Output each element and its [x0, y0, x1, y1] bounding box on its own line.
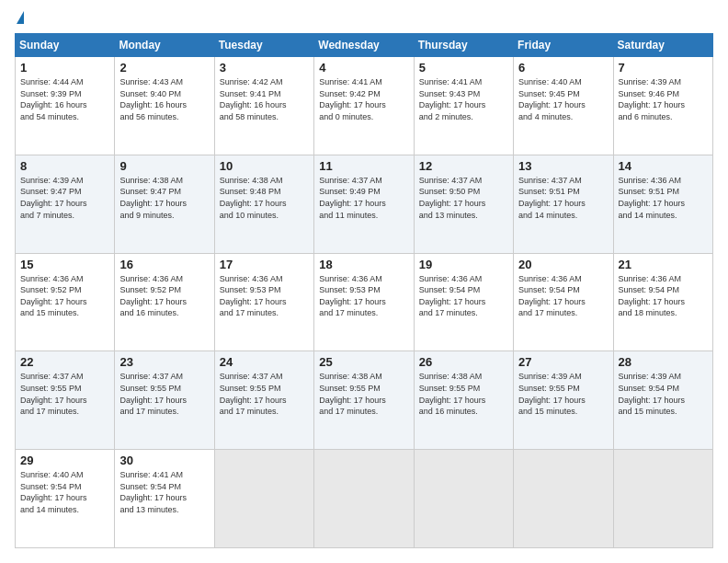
calendar-cell: 13Sunrise: 4:37 AM Sunset: 9:51 PM Dayli…	[514, 155, 613, 253]
cell-daylight-info: Sunrise: 4:38 AM Sunset: 9:55 PM Dayligh…	[419, 371, 508, 417]
page: SundayMondayTuesdayWednesdayThursdayFrid…	[0, 0, 728, 563]
day-number: 30	[119, 454, 209, 467]
day-number: 11	[319, 159, 408, 173]
calendar-cell: 27Sunrise: 4:39 AM Sunset: 9:55 PM Dayli…	[514, 351, 613, 450]
calendar-cell: 19Sunrise: 4:36 AM Sunset: 9:54 PM Dayli…	[414, 253, 513, 351]
cell-daylight-info: Sunrise: 4:44 AM Sunset: 9:39 PM Dayligh…	[20, 76, 109, 122]
calendar-cell: 21Sunrise: 4:36 AM Sunset: 9:54 PM Dayli…	[613, 253, 712, 351]
cell-daylight-info: Sunrise: 4:40 AM Sunset: 9:54 PM Dayligh…	[20, 469, 109, 515]
cell-daylight-info: Sunrise: 4:36 AM Sunset: 9:54 PM Dayligh…	[518, 273, 608, 319]
calendar-cell: 20Sunrise: 4:36 AM Sunset: 9:54 PM Dayli…	[514, 253, 613, 351]
cell-daylight-info: Sunrise: 4:38 AM Sunset: 9:48 PM Dayligh…	[220, 175, 309, 221]
calendar-cell	[613, 450, 712, 548]
col-header-sunday: Sunday	[16, 34, 115, 57]
day-number: 28	[619, 355, 708, 369]
calendar-cell: 22Sunrise: 4:37 AM Sunset: 9:55 PM Dayli…	[16, 351, 115, 450]
day-number: 20	[518, 258, 608, 271]
cell-daylight-info: Sunrise: 4:36 AM Sunset: 9:54 PM Dayligh…	[419, 273, 508, 319]
day-number: 21	[619, 258, 708, 271]
cell-daylight-info: Sunrise: 4:37 AM Sunset: 9:50 PM Dayligh…	[419, 175, 508, 221]
day-number: 9	[119, 159, 209, 173]
logo	[15, 15, 24, 24]
col-header-tuesday: Tuesday	[214, 34, 313, 57]
day-number: 1	[20, 61, 109, 75]
cell-daylight-info: Sunrise: 4:40 AM Sunset: 9:45 PM Dayligh…	[518, 76, 608, 122]
calendar-cell: 7Sunrise: 4:39 AM Sunset: 9:46 PM Daylig…	[613, 57, 712, 155]
day-number: 14	[619, 159, 708, 173]
logo-triangle-icon	[17, 11, 24, 24]
calendar-cell: 12Sunrise: 4:37 AM Sunset: 9:50 PM Dayli…	[414, 155, 513, 253]
cell-daylight-info: Sunrise: 4:37 AM Sunset: 9:55 PM Dayligh…	[20, 371, 109, 417]
cell-daylight-info: Sunrise: 4:37 AM Sunset: 9:55 PM Dayligh…	[220, 371, 309, 417]
calendar-cell: 24Sunrise: 4:37 AM Sunset: 9:55 PM Dayli…	[214, 351, 313, 450]
day-number: 6	[518, 61, 608, 75]
col-header-friday: Friday	[514, 34, 613, 57]
day-number: 3	[220, 61, 309, 75]
calendar-cell: 26Sunrise: 4:38 AM Sunset: 9:55 PM Dayli…	[414, 351, 513, 450]
day-number: 29	[20, 454, 109, 467]
calendar-cell: 4Sunrise: 4:41 AM Sunset: 9:42 PM Daylig…	[314, 57, 414, 155]
day-number: 26	[419, 355, 508, 369]
calendar-cell: 16Sunrise: 4:36 AM Sunset: 9:52 PM Dayli…	[115, 253, 214, 351]
calendar-cell	[314, 450, 414, 548]
cell-daylight-info: Sunrise: 4:36 AM Sunset: 9:53 PM Dayligh…	[220, 273, 309, 319]
day-number: 15	[20, 258, 109, 271]
calendar-cell: 28Sunrise: 4:39 AM Sunset: 9:54 PM Dayli…	[613, 351, 712, 450]
col-header-wednesday: Wednesday	[314, 34, 414, 57]
cell-daylight-info: Sunrise: 4:39 AM Sunset: 9:54 PM Dayligh…	[619, 371, 708, 417]
cell-daylight-info: Sunrise: 4:36 AM Sunset: 9:54 PM Dayligh…	[619, 273, 708, 319]
col-header-monday: Monday	[115, 34, 214, 57]
day-number: 12	[419, 159, 508, 173]
calendar-cell: 6Sunrise: 4:40 AM Sunset: 9:45 PM Daylig…	[514, 57, 613, 155]
cell-daylight-info: Sunrise: 4:41 AM Sunset: 9:54 PM Dayligh…	[119, 469, 209, 515]
cell-daylight-info: Sunrise: 4:41 AM Sunset: 9:43 PM Dayligh…	[419, 76, 508, 122]
cell-daylight-info: Sunrise: 4:41 AM Sunset: 9:42 PM Dayligh…	[319, 76, 408, 122]
header	[15, 15, 713, 24]
calendar-cell: 1Sunrise: 4:44 AM Sunset: 9:39 PM Daylig…	[16, 57, 115, 155]
calendar-cell: 8Sunrise: 4:39 AM Sunset: 9:47 PM Daylig…	[16, 155, 115, 253]
day-number: 27	[518, 355, 608, 369]
calendar-cell: 30Sunrise: 4:41 AM Sunset: 9:54 PM Dayli…	[115, 450, 214, 548]
day-number: 16	[119, 258, 209, 271]
calendar-cell: 18Sunrise: 4:36 AM Sunset: 9:53 PM Dayli…	[314, 253, 414, 351]
calendar-cell: 5Sunrise: 4:41 AM Sunset: 9:43 PM Daylig…	[414, 57, 513, 155]
cell-daylight-info: Sunrise: 4:36 AM Sunset: 9:51 PM Dayligh…	[619, 175, 708, 221]
day-number: 25	[319, 355, 408, 369]
day-number: 17	[220, 258, 309, 271]
day-number: 7	[619, 61, 708, 75]
calendar-cell: 9Sunrise: 4:38 AM Sunset: 9:47 PM Daylig…	[115, 155, 214, 253]
cell-daylight-info: Sunrise: 4:37 AM Sunset: 9:51 PM Dayligh…	[518, 175, 608, 221]
day-number: 4	[319, 61, 408, 75]
calendar-cell: 11Sunrise: 4:37 AM Sunset: 9:49 PM Dayli…	[314, 155, 414, 253]
cell-daylight-info: Sunrise: 4:39 AM Sunset: 9:46 PM Dayligh…	[619, 76, 708, 122]
calendar-table: SundayMondayTuesdayWednesdayThursdayFrid…	[15, 33, 713, 548]
cell-daylight-info: Sunrise: 4:39 AM Sunset: 9:47 PM Dayligh…	[20, 175, 109, 221]
calendar-cell: 3Sunrise: 4:42 AM Sunset: 9:41 PM Daylig…	[214, 57, 313, 155]
day-number: 22	[20, 355, 109, 369]
day-number: 24	[220, 355, 309, 369]
calendar-cell	[514, 450, 613, 548]
cell-daylight-info: Sunrise: 4:43 AM Sunset: 9:40 PM Dayligh…	[119, 76, 209, 122]
day-number: 2	[119, 61, 209, 75]
day-number: 13	[518, 159, 608, 173]
col-header-saturday: Saturday	[613, 34, 712, 57]
col-header-thursday: Thursday	[414, 34, 513, 57]
day-number: 19	[419, 258, 508, 271]
day-number: 10	[220, 159, 309, 173]
calendar-cell	[414, 450, 513, 548]
cell-daylight-info: Sunrise: 4:38 AM Sunset: 9:55 PM Dayligh…	[319, 371, 408, 417]
day-number: 23	[119, 355, 209, 369]
calendar-cell: 14Sunrise: 4:36 AM Sunset: 9:51 PM Dayli…	[613, 155, 712, 253]
cell-daylight-info: Sunrise: 4:36 AM Sunset: 9:53 PM Dayligh…	[319, 273, 408, 319]
calendar-cell: 15Sunrise: 4:36 AM Sunset: 9:52 PM Dayli…	[16, 253, 115, 351]
cell-daylight-info: Sunrise: 4:37 AM Sunset: 9:55 PM Dayligh…	[119, 371, 209, 417]
calendar-cell: 17Sunrise: 4:36 AM Sunset: 9:53 PM Dayli…	[214, 253, 313, 351]
calendar-cell: 29Sunrise: 4:40 AM Sunset: 9:54 PM Dayli…	[16, 450, 115, 548]
cell-daylight-info: Sunrise: 4:36 AM Sunset: 9:52 PM Dayligh…	[20, 273, 109, 319]
day-number: 5	[419, 61, 508, 75]
calendar-cell	[214, 450, 313, 548]
calendar-cell: 10Sunrise: 4:38 AM Sunset: 9:48 PM Dayli…	[214, 155, 313, 253]
cell-daylight-info: Sunrise: 4:36 AM Sunset: 9:52 PM Dayligh…	[119, 273, 209, 319]
day-number: 8	[20, 159, 109, 173]
cell-daylight-info: Sunrise: 4:37 AM Sunset: 9:49 PM Dayligh…	[319, 175, 408, 221]
